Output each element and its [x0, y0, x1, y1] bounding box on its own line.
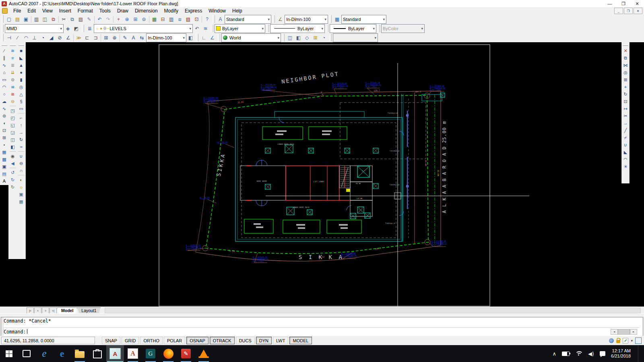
polysolid-icon[interactable]: ⌐ [17, 114, 25, 121]
line-icon[interactable]: ∕ [0, 47, 8, 54]
cone-icon[interactable]: ▲ [17, 62, 25, 69]
copy-icon[interactable]: ⧉ [68, 15, 76, 23]
text-style-combo[interactable]: Standard▾ [225, 15, 271, 24]
mapping-icon[interactable]: ▦ [17, 198, 25, 205]
join-icon[interactable]: ∪ [621, 141, 630, 148]
tab-nav-button-3[interactable]: >| [50, 307, 57, 314]
command-window[interactable]: Command: *Cancel* Command: ◄ ► [1, 317, 643, 336]
mdi-close-button[interactable]: ✕ [634, 8, 642, 14]
union-icon[interactable]: ∪ [17, 152, 25, 160]
menu-draw[interactable]: Draw [114, 7, 132, 14]
taskbar-start-button[interactable] [0, 345, 18, 362]
dim-style-icon[interactable]: ∠ [276, 15, 285, 23]
plot-preview-icon[interactable]: ◫ [41, 15, 49, 23]
taskbar-sketchup[interactable]: ✎ [177, 345, 195, 362]
move-icon[interactable]: + [621, 83, 630, 90]
mdi-restore-button[interactable]: ❐ [624, 8, 633, 14]
taskbar-task-view-button[interactable] [18, 345, 35, 362]
table-icon[interactable]: ▤ [0, 170, 8, 177]
communication-center-icon[interactable] [609, 338, 614, 343]
menu-dimension[interactable]: Dimension [132, 7, 161, 14]
camera-icon[interactable]: ◉ [9, 152, 17, 160]
array-icon[interactable]: ⊞ [621, 76, 630, 83]
quickcalc-icon[interactable]: ⊡ [192, 15, 201, 23]
torus-icon[interactable]: ◎ [17, 83, 25, 90]
wifi-icon[interactable] [575, 351, 582, 356]
volume-icon[interactable]: ◀⟩ [588, 351, 594, 357]
linetype-combo[interactable]: ByLayer▾ [270, 24, 325, 33]
radius-icon[interactable]: ◔ [39, 33, 47, 42]
battery-icon[interactable] [562, 352, 570, 356]
layer-isolate-icon[interactable]: ≡ [9, 54, 17, 62]
workspace-combo[interactable]: MMD▾ [5, 24, 64, 33]
toolbar-grip[interactable] [1, 34, 4, 41]
toolbar-grip[interactable] [213, 15, 215, 23]
action-center-icon[interactable] [600, 351, 605, 356]
3d-pan-icon[interactable]: ↺ [9, 169, 17, 176]
layer-lock-icon[interactable]: ⊜ [9, 76, 17, 83]
insert-block-icon[interactable]: ⊡ [0, 127, 8, 134]
toolbar-grip[interactable] [82, 25, 84, 32]
horizontal-scrollbar[interactable] [105, 308, 641, 313]
sweep-icon[interactable]: → [17, 129, 25, 136]
layer-match-icon[interactable]: ≊ [9, 90, 17, 98]
rectangle-icon[interactable]: ▭ [0, 76, 8, 83]
angular-icon[interactable]: ∠ [64, 33, 72, 42]
offset-faces-icon[interactable]: ◱ [9, 121, 17, 129]
drawing-canvas[interactable]: E : 222107.91N : 2583241.47PLOT LIMITE :… [0, 42, 644, 306]
zoom-realtime-icon[interactable]: ⊕ [123, 15, 131, 23]
arc-length-icon[interactable]: ◠ [22, 33, 30, 42]
toolbar-grip[interactable] [272, 15, 275, 23]
diameter-icon[interactable]: ⊘ [56, 33, 64, 42]
close-button[interactable]: ✕ [630, 0, 644, 7]
swivel-camera-icon[interactable]: ◀ [9, 160, 17, 167]
break-at-point-icon[interactable]: ╱ [621, 127, 630, 134]
menu-file[interactable]: File [10, 7, 24, 14]
status-toggle-dyn[interactable]: DYN [256, 337, 272, 344]
continue-icon[interactable]: ⊐ [91, 33, 100, 42]
ucs-icon[interactable]: ∟ [200, 33, 208, 42]
toolbar-grip[interactable] [282, 34, 285, 41]
point-icon[interactable]: • [0, 141, 8, 148]
extend-icon[interactable]: → [621, 119, 630, 127]
toolbar-grip[interactable] [10, 44, 16, 46]
status-toggle-model[interactable]: MODEL [289, 337, 312, 344]
layer-walk-icon[interactable]: ≌ [9, 83, 17, 90]
my-workspace-icon[interactable]: ◩ [72, 24, 80, 33]
coordinate-readout[interactable]: 41.6295, 11.2858, 0.0000 [1, 337, 95, 344]
tray-overflow-chevron-icon[interactable]: ∧ [552, 351, 556, 357]
tab-layout1[interactable]: Layout1 [77, 307, 100, 314]
gradient-icon[interactable]: ▩ [0, 156, 8, 163]
mtext-icon[interactable]: A [0, 177, 8, 185]
taskbar-app-g[interactable]: G [142, 345, 159, 362]
dimension-style-combo[interactable]: In-Dimn-100▾ [146, 33, 186, 42]
pan-icon[interactable]: + [114, 15, 123, 23]
taper-faces-icon[interactable]: ◧ [9, 143, 17, 150]
toolbar-grip[interactable] [329, 34, 332, 41]
fillet-icon[interactable]: ◠ [621, 156, 630, 163]
scroll-right-icon[interactable]: ► [630, 329, 637, 335]
center-mark-icon[interactable]: ⊕ [110, 33, 119, 42]
table-style-icon[interactable]: ▦ [333, 15, 341, 23]
menu-edit[interactable]: Edit [24, 7, 39, 14]
layer-states-icon[interactable]: ≋ [201, 24, 210, 33]
menu-tools[interactable]: Tools [96, 7, 114, 14]
clean-screen-button[interactable] [635, 337, 642, 344]
trim-icon[interactable]: ✂ [621, 112, 630, 119]
cylinder-icon[interactable]: ▮ [17, 76, 25, 83]
rotate-icon[interactable]: ↻ [621, 90, 630, 98]
open-icon[interactable]: ▤ [13, 15, 22, 23]
command-window-grip[interactable] [1, 317, 3, 336]
trusted-autodesk-icon[interactable]: ✓ [623, 338, 628, 343]
region-icon[interactable]: ▣ [0, 163, 8, 170]
materials-icon[interactable]: ▣ [17, 191, 25, 198]
extrude-faces-icon[interactable]: ◳ [9, 107, 17, 114]
layer-freeze-icon[interactable]: ≣ [9, 62, 17, 69]
scrollbar-thumb[interactable] [618, 329, 630, 335]
orbit-view-icon[interactable]: ◔ [320, 33, 328, 42]
show-desktop-button[interactable] [638, 345, 640, 362]
text-style-icon[interactable]: A [216, 15, 225, 23]
taskbar-autocad[interactable]: A [124, 345, 142, 362]
layer-previous-icon[interactable]: ↶ [193, 24, 201, 33]
tab-nav-button-1[interactable]: < [34, 307, 41, 314]
